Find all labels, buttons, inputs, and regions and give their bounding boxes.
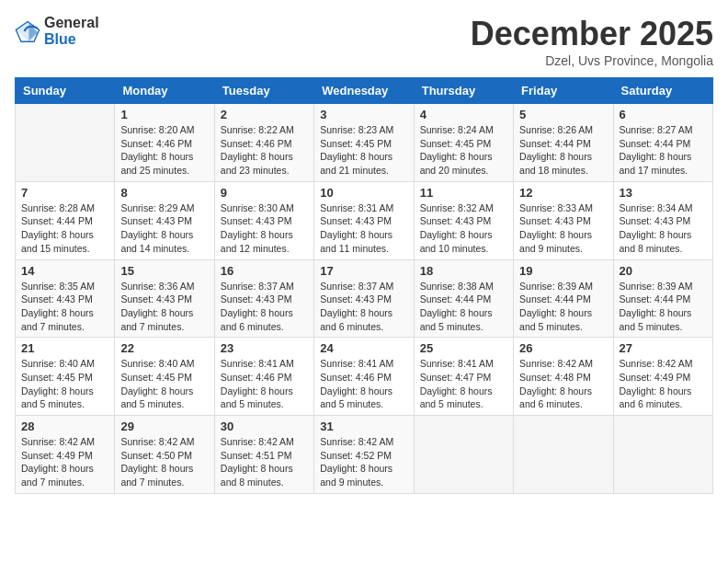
logo-blue-text: Blue [44,31,99,48]
day-info: Sunrise: 8:39 AM Sunset: 4:44 PM Dayligh… [519,280,607,334]
day-info: Sunrise: 8:40 AM Sunset: 4:45 PM Dayligh… [21,357,108,411]
day-info: Sunrise: 8:29 AM Sunset: 4:43 PM Dayligh… [120,201,208,256]
day-number: 3 [320,108,407,121]
day-info: Sunrise: 8:34 AM Sunset: 4:43 PM Dayligh… [620,201,707,256]
calendar-cell: 22Sunrise: 8:40 AM Sunset: 4:45 PM Dayli… [115,338,214,416]
day-info: Sunrise: 8:31 AM Sunset: 4:43 PM Dayligh… [320,201,407,256]
calendar-cell: 8Sunrise: 8:29 AM Sunset: 4:43 PM Daylig… [115,181,214,259]
day-info: Sunrise: 8:41 AM Sunset: 4:46 PM Dayligh… [320,357,407,411]
day-number: 26 [519,341,607,355]
day-number: 6 [620,108,707,121]
day-header-wednesday: Wednesday [314,78,414,104]
day-info: Sunrise: 8:39 AM Sunset: 4:44 PM Dayligh… [620,280,707,334]
calendar-cell: 6Sunrise: 8:27 AM Sunset: 4:44 PM Daylig… [613,104,712,182]
calendar: SundayMondayTuesdayWednesdayThursdayFrid… [15,77,713,494]
calendar-cell: 24Sunrise: 8:41 AM Sunset: 4:46 PM Dayli… [314,338,414,416]
day-number: 29 [120,419,208,433]
calendar-cell [613,416,712,494]
day-number: 13 [620,186,707,200]
day-number: 8 [120,186,208,200]
calendar-cell: 10Sunrise: 8:31 AM Sunset: 4:43 PM Dayli… [314,181,414,259]
day-header-monday: Monday [115,78,214,104]
calendar-cell: 29Sunrise: 8:42 AM Sunset: 4:50 PM Dayli… [115,416,214,494]
calendar-cell [414,416,513,494]
calendar-cell: 5Sunrise: 8:26 AM Sunset: 4:44 PM Daylig… [514,104,613,182]
day-info: Sunrise: 8:37 AM Sunset: 4:43 PM Dayligh… [320,280,407,334]
day-info: Sunrise: 8:42 AM Sunset: 4:49 PM Dayligh… [620,357,707,411]
day-info: Sunrise: 8:37 AM Sunset: 4:43 PM Dayligh… [221,280,308,334]
day-number: 27 [620,341,707,355]
day-info: Sunrise: 8:20 AM Sunset: 4:46 PM Dayligh… [120,123,208,178]
day-number: 18 [420,264,507,278]
day-info: Sunrise: 8:38 AM Sunset: 4:44 PM Dayligh… [420,280,507,334]
day-number: 7 [21,186,108,200]
day-number: 11 [420,186,507,200]
day-header-thursday: Thursday [414,78,513,104]
day-info: Sunrise: 8:42 AM Sunset: 4:51 PM Dayligh… [221,435,308,489]
calendar-cell: 9Sunrise: 8:30 AM Sunset: 4:43 PM Daylig… [214,181,313,259]
logo-general-text: General [44,15,99,31]
day-number: 15 [120,264,208,278]
day-info: Sunrise: 8:32 AM Sunset: 4:43 PM Dayligh… [420,201,507,256]
calendar-cell: 31Sunrise: 8:42 AM Sunset: 4:52 PM Dayli… [314,416,414,494]
day-info: Sunrise: 8:42 AM Sunset: 4:50 PM Dayligh… [120,435,208,489]
week-row-4: 21Sunrise: 8:40 AM Sunset: 4:45 PM Dayli… [16,338,713,416]
day-info: Sunrise: 8:42 AM Sunset: 4:48 PM Dayligh… [519,357,607,411]
day-info: Sunrise: 8:41 AM Sunset: 4:47 PM Dayligh… [420,357,507,411]
week-row-1: 1Sunrise: 8:20 AM Sunset: 4:46 PM Daylig… [16,104,713,182]
day-info: Sunrise: 8:23 AM Sunset: 4:45 PM Dayligh… [320,123,407,178]
calendar-cell: 28Sunrise: 8:42 AM Sunset: 4:49 PM Dayli… [16,416,115,494]
day-info: Sunrise: 8:42 AM Sunset: 4:52 PM Dayligh… [320,435,407,489]
day-info: Sunrise: 8:22 AM Sunset: 4:46 PM Dayligh… [221,123,308,178]
calendar-cell: 27Sunrise: 8:42 AM Sunset: 4:49 PM Dayli… [613,338,712,416]
day-number: 28 [21,419,108,433]
day-number: 23 [221,341,308,355]
calendar-cell: 19Sunrise: 8:39 AM Sunset: 4:44 PM Dayli… [514,259,613,338]
day-number: 17 [320,264,407,278]
calendar-cell: 13Sunrise: 8:34 AM Sunset: 4:43 PM Dayli… [613,181,712,259]
calendar-cell: 23Sunrise: 8:41 AM Sunset: 4:46 PM Dayli… [214,338,313,416]
calendar-cell: 17Sunrise: 8:37 AM Sunset: 4:43 PM Dayli… [314,259,414,338]
day-info: Sunrise: 8:27 AM Sunset: 4:44 PM Dayligh… [620,123,707,178]
calendar-cell [16,104,115,182]
day-info: Sunrise: 8:40 AM Sunset: 4:45 PM Dayligh… [120,357,208,411]
calendar-cell: 25Sunrise: 8:41 AM Sunset: 4:47 PM Dayli… [414,338,513,416]
calendar-cell: 15Sunrise: 8:36 AM Sunset: 4:43 PM Dayli… [115,259,214,338]
day-header-saturday: Saturday [613,78,712,104]
day-info: Sunrise: 8:33 AM Sunset: 4:43 PM Dayligh… [519,201,607,256]
day-number: 20 [620,264,707,278]
day-number: 2 [221,108,308,121]
calendar-cell: 21Sunrise: 8:40 AM Sunset: 4:45 PM Dayli… [16,338,115,416]
calendar-cell: 2Sunrise: 8:22 AM Sunset: 4:46 PM Daylig… [214,104,313,182]
calendar-cell: 26Sunrise: 8:42 AM Sunset: 4:48 PM Dayli… [514,338,613,416]
calendar-cell: 18Sunrise: 8:38 AM Sunset: 4:44 PM Dayli… [414,259,513,338]
day-number: 22 [120,341,208,355]
calendar-cell [514,416,613,494]
calendar-cell: 3Sunrise: 8:23 AM Sunset: 4:45 PM Daylig… [314,104,414,182]
week-row-3: 14Sunrise: 8:35 AM Sunset: 4:43 PM Dayli… [16,259,713,338]
calendar-cell: 1Sunrise: 8:20 AM Sunset: 4:46 PM Daylig… [115,104,214,182]
calendar-cell: 12Sunrise: 8:33 AM Sunset: 4:43 PM Dayli… [514,181,613,259]
day-number: 9 [221,186,308,200]
day-number: 4 [420,108,507,121]
calendar-cell: 20Sunrise: 8:39 AM Sunset: 4:44 PM Dayli… [613,259,712,338]
logo-text: General Blue [44,15,99,47]
day-number: 16 [221,264,308,278]
logo: General Blue [15,15,99,47]
title-area: December 2025 Dzel, Uvs Province, Mongol… [471,15,713,68]
day-info: Sunrise: 8:26 AM Sunset: 4:44 PM Dayligh… [519,123,607,178]
day-number: 14 [21,264,108,278]
day-number: 19 [519,264,607,278]
day-number: 30 [221,419,308,433]
day-number: 31 [320,419,407,433]
day-header-friday: Friday [514,78,613,104]
day-info: Sunrise: 8:30 AM Sunset: 4:43 PM Dayligh… [221,201,308,256]
week-row-2: 7Sunrise: 8:28 AM Sunset: 4:44 PM Daylig… [16,181,713,259]
calendar-cell: 7Sunrise: 8:28 AM Sunset: 4:44 PM Daylig… [16,181,115,259]
day-number: 12 [519,186,607,200]
calendar-cell: 11Sunrise: 8:32 AM Sunset: 4:43 PM Dayli… [414,181,513,259]
day-info: Sunrise: 8:24 AM Sunset: 4:45 PM Dayligh… [420,123,507,178]
day-number: 1 [120,108,208,121]
day-info: Sunrise: 8:36 AM Sunset: 4:43 PM Dayligh… [120,280,208,334]
day-number: 21 [21,341,108,355]
